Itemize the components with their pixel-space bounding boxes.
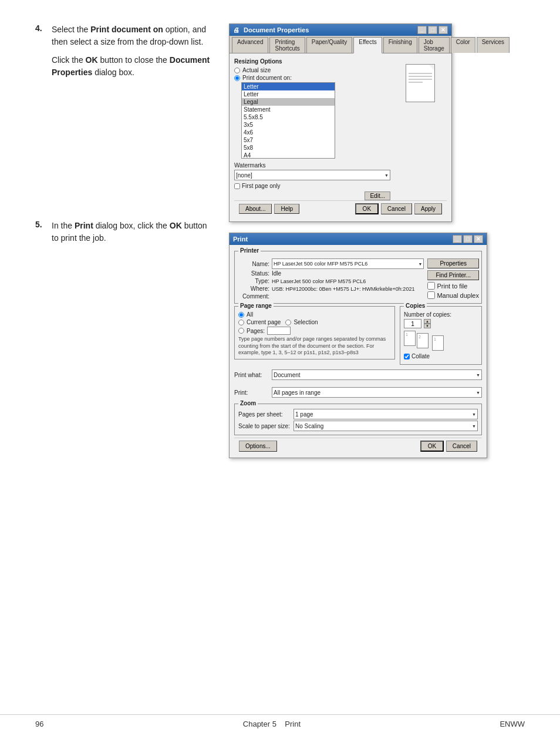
print-to-file-checkbox[interactable]	[427, 282, 435, 290]
page-line-3	[409, 79, 432, 80]
copies-input-row: ▲ ▼	[404, 319, 478, 328]
print-dropdown[interactable]: All pages in range ▼	[272, 387, 482, 398]
print-section: Print: All pages in range ▼	[234, 385, 482, 400]
close-btn-1[interactable]: ✕	[438, 26, 448, 34]
watermarks-dropdown[interactable]: [none] ▼	[234, 170, 390, 180]
page-line-2	[409, 76, 432, 77]
printer-section: Printer Name: HP LaserJet 500 color MFP …	[234, 251, 482, 304]
help-button[interactable]: Help	[274, 204, 299, 214]
paper-size-item-letter[interactable]: Letter	[242, 83, 335, 90]
pages-hint: Type page numbers and/or page ranges sep…	[238, 336, 391, 357]
scale-dropdown[interactable]: No Scaling ▼	[294, 421, 478, 431]
tab-color[interactable]: Color	[451, 37, 475, 53]
resizing-options-label: Resizing Options	[234, 58, 390, 65]
pages-radio[interactable]	[238, 328, 244, 334]
footer-left-1: About... Help	[239, 204, 299, 214]
minimize-btn-2[interactable]: _	[453, 235, 462, 243]
dialog-body-1: Resizing Options Actual size Print docum…	[230, 53, 451, 221]
paper-size-item-statement[interactable]: Statement	[242, 106, 335, 113]
tab-effects[interactable]: Effects	[353, 37, 382, 53]
where-value: USB: HP#12000bc: 0Ben +M575 LJ+: HWMkrke…	[272, 286, 414, 292]
apply-button-1[interactable]: Apply	[414, 203, 442, 214]
status-row: Status: Idle	[237, 270, 424, 277]
name-label: Name:	[237, 261, 269, 267]
printer-legend: Printer	[238, 247, 261, 254]
printer-name-arrow: ▼	[419, 262, 423, 266]
close-btn-2[interactable]: ✕	[474, 235, 483, 243]
step-4-subtext: Click the OK button to close the Documen…	[52, 54, 211, 79]
print-dialog-body: Printer Name: HP LaserJet 500 color MFP …	[230, 245, 487, 458]
about-button[interactable]: About...	[239, 204, 272, 214]
paper-size-item-5x7[interactable]: 5x7	[242, 136, 335, 144]
print-what-arrow: ▼	[476, 373, 480, 377]
tab-advanced[interactable]: Advanced	[232, 37, 268, 53]
tab-job-storage[interactable]: Job Storage	[419, 37, 450, 53]
manual-duplex-checkbox[interactable]	[427, 291, 435, 299]
text-column: 4. Select the Print document on option, …	[35, 23, 211, 458]
step-5: 5. In the Print dialog box, click the OK…	[35, 220, 211, 244]
scale-arrow: ▼	[472, 424, 476, 428]
copies-title: Copies	[404, 303, 427, 309]
pages-input[interactable]	[267, 327, 291, 335]
first-page-only-row: First page only	[234, 183, 390, 189]
copies-input[interactable]	[404, 319, 421, 328]
all-radio[interactable]	[238, 312, 244, 318]
comment-label: Comment:	[237, 293, 269, 300]
copies-section: Copies Number of copies: ▲ ▼	[400, 306, 482, 365]
print-dialog-title: Print	[233, 236, 248, 243]
collate-preview: 1 2 1	[404, 331, 478, 351]
copies-down[interactable]: ▼	[424, 324, 431, 328]
paper-size-item-a4[interactable]: A4	[242, 152, 335, 159]
minimize-btn-1[interactable]: _	[417, 26, 427, 34]
ok-button-2[interactable]: OK	[420, 441, 444, 452]
edit-button[interactable]: Edit...	[365, 191, 390, 200]
tab-paper-quality[interactable]: Paper/Quality	[306, 37, 353, 53]
current-page-radio[interactable]	[238, 320, 244, 325]
cancel-button-1[interactable]: Cancel	[381, 203, 412, 214]
paper-size-item-5x8[interactable]: 5.5x8.5	[242, 113, 335, 121]
paper-size-item-3x5[interactable]: 3x5	[242, 121, 335, 129]
all-radio-row: All	[238, 311, 391, 318]
print-label: Print:	[234, 389, 269, 396]
print-arrow: ▼	[476, 391, 480, 395]
page-thumb-3: 1	[432, 335, 444, 351]
print-row: Print: All pages in range ▼	[234, 387, 482, 398]
paper-size-item-letter2[interactable]: Letter	[242, 90, 335, 98]
selection-radio[interactable]	[285, 320, 291, 325]
find-printer-button[interactable]: Find Printer...	[427, 270, 479, 280]
cancel-button-2[interactable]: Cancel	[446, 441, 477, 452]
copies-up[interactable]: ▲	[424, 319, 431, 324]
num-copies-label: Number of copies:	[404, 311, 478, 318]
pages-per-sheet-dropdown[interactable]: 1 page ▼	[294, 409, 478, 419]
paper-size-item-4x6[interactable]: 4x6	[242, 129, 335, 136]
step-5-number: 5.	[35, 220, 47, 244]
print-dialog-footer: Options... OK Cancel	[234, 438, 482, 454]
paper-size-item-legal[interactable]: Legal	[242, 98, 335, 106]
tab-finishing[interactable]: Finishing	[383, 37, 417, 53]
collate-label: Collate	[411, 353, 430, 359]
paper-size-item-5x8b[interactable]: 5x8	[242, 144, 335, 152]
page-line-4	[409, 82, 423, 83]
print-doc-on-radio-row: Print document on:	[234, 75, 390, 81]
maximize-btn-1[interactable]: □	[428, 26, 437, 34]
type-value: HP LaserJet 500 color MFP M575 PCL6	[272, 278, 366, 284]
watermarks-dropdown-arrow: ▼	[384, 173, 389, 177]
properties-button[interactable]: Properties	[427, 258, 479, 268]
paper-size-dropdown-list[interactable]: Letter Letter Legal Statement 5.5x8.5 3x…	[241, 82, 335, 159]
tab-services[interactable]: Services	[477, 37, 510, 53]
actual-size-radio[interactable]	[234, 68, 240, 73]
all-label: All	[247, 311, 253, 318]
ok-button-1[interactable]: OK	[355, 203, 379, 214]
tab-printing-shortcuts[interactable]: Printing Shortcuts	[269, 37, 305, 53]
maximize-btn-2[interactable]: □	[463, 235, 473, 243]
print-doc-on-radio[interactable]	[234, 75, 240, 81]
collate-checkbox[interactable]	[404, 354, 410, 359]
print-what-dropdown[interactable]: Document ▼	[272, 369, 482, 380]
print-what-section: Print what: Document ▼	[234, 367, 482, 382]
printer-name-dropdown[interactable]: HP LaserJet 500 color MFP M575 PCL6 ▼	[272, 258, 424, 269]
actual-size-label: Actual size	[242, 67, 271, 73]
pages-per-sheet-row: Pages per sheet: 1 page ▼	[238, 409, 478, 419]
first-page-only-checkbox[interactable]	[234, 183, 240, 189]
options-button[interactable]: Options...	[239, 441, 277, 452]
print-to-file-row: Print to file	[427, 282, 479, 290]
